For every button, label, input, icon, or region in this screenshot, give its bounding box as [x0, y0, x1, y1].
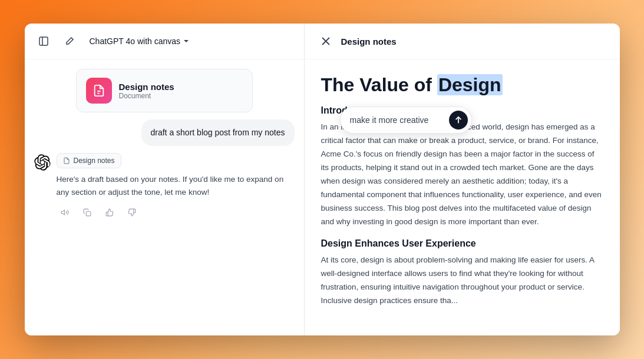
compose-button[interactable]: [60, 32, 79, 51]
ai-response-text: Here's a draft based on your notes. If y…: [57, 173, 295, 198]
sidebar-toggle-button[interactable]: [34, 32, 53, 51]
user-message-bubble: draft a short blog post from my notes: [141, 119, 295, 146]
intro-text: In an increasingly competitive and fast-…: [321, 121, 603, 229]
left-panel: ChatGPT 4o with canvas Design notes: [25, 24, 305, 335]
edit-popup-input[interactable]: [350, 115, 444, 125]
ai-response: Design notes Here's a draft based on you…: [34, 153, 295, 221]
thumbs-down-button[interactable]: [124, 204, 140, 221]
left-header: ChatGPT 4o with canvas: [25, 24, 304, 59]
ai-doc-ref-label: Design notes: [74, 157, 115, 165]
right-header: Design notes: [305, 24, 620, 59]
document-card[interactable]: Design notes Document: [76, 69, 253, 112]
svg-rect-5: [86, 211, 91, 216]
svg-rect-0: [39, 37, 48, 45]
audio-button[interactable]: [57, 204, 73, 221]
doc-info: Design notes Document: [119, 82, 174, 100]
user-message-text: draft a short blog post from my notes: [151, 128, 285, 137]
thumbs-up-button[interactable]: [101, 204, 118, 221]
edit-popup-submit-button[interactable]: [449, 111, 468, 129]
left-content: Design notes Document draft a short blog…: [25, 59, 304, 335]
ai-avatar: [34, 154, 51, 171]
svg-marker-4: [61, 210, 64, 215]
canvas-main-title: The Value of Design: [321, 74, 603, 96]
section2-text: At its core, design is about problem-sol…: [321, 254, 603, 308]
close-canvas-button[interactable]: [316, 32, 335, 51]
copy-button[interactable]: [79, 204, 95, 221]
doc-subtitle: Document: [119, 92, 174, 100]
ai-actions: [57, 204, 295, 221]
doc-icon: [86, 78, 112, 104]
model-selector-button[interactable]: ChatGPT 4o with canvas: [86, 34, 194, 48]
ai-body: Design notes Here's a draft based on you…: [57, 153, 295, 221]
canvas-title-highlight: Design: [437, 74, 503, 95]
canvas-title-label: Design notes: [341, 36, 397, 46]
right-panel: Design notes The Value of Design Introdu…: [305, 24, 620, 335]
model-label: ChatGPT 4o with canvas: [90, 36, 181, 46]
doc-title: Design notes: [119, 82, 174, 92]
edit-popup: [340, 107, 472, 134]
ai-doc-ref-button[interactable]: Design notes: [57, 153, 121, 168]
section2-heading: Design Enhances User Experience: [321, 238, 603, 249]
canvas-content: The Value of Design Introduction In an i…: [305, 59, 620, 335]
